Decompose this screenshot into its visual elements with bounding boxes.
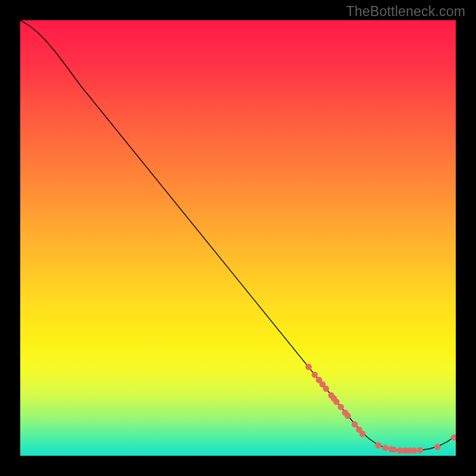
chart-plot-area (20, 20, 456, 456)
data-marker (345, 412, 351, 419)
data-marker (305, 364, 312, 370)
data-marker (382, 445, 389, 452)
data-marker (312, 372, 318, 378)
chart-svg (20, 20, 456, 456)
data-marker (391, 446, 397, 453)
data-marker (359, 431, 366, 437)
data-marker (352, 421, 358, 428)
data-marker (434, 444, 441, 450)
data-marker (333, 399, 340, 405)
chart-container: TheBottleneck.com (0, 0, 476, 476)
data-marker (417, 447, 424, 453)
data-marker (337, 404, 344, 411)
watermark-text: TheBottleneck.com (346, 4, 465, 20)
chart-background (20, 20, 456, 456)
data-marker (323, 386, 330, 392)
data-marker (411, 447, 417, 454)
data-marker (375, 442, 381, 449)
